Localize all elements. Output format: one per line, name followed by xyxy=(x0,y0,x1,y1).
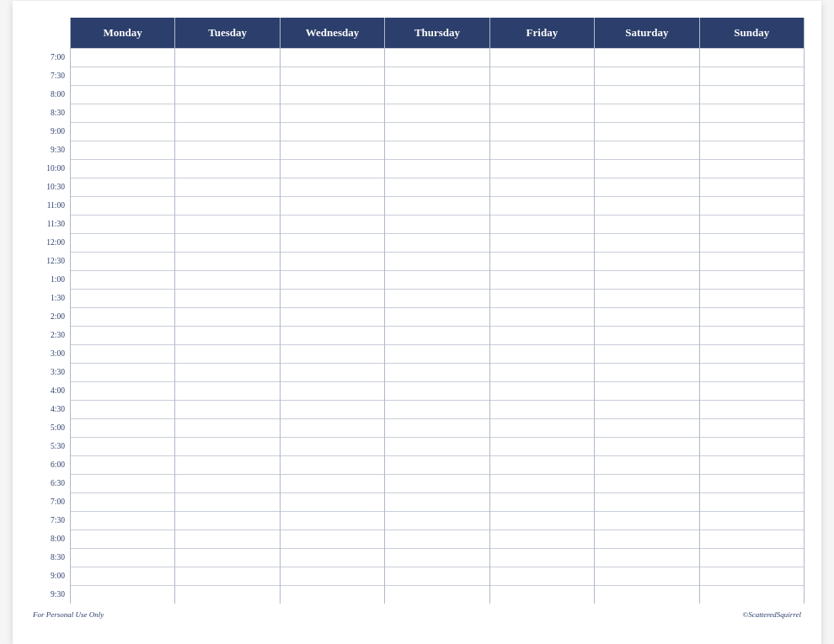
time-cell[interactable] xyxy=(71,289,174,307)
time-cell[interactable] xyxy=(595,437,698,455)
time-cell[interactable] xyxy=(490,48,594,67)
time-cell[interactable] xyxy=(490,270,594,289)
time-cell[interactable] xyxy=(595,233,698,252)
time-cell[interactable] xyxy=(175,437,279,455)
time-cell[interactable] xyxy=(175,381,279,400)
time-cell[interactable] xyxy=(490,344,594,363)
time-cell[interactable] xyxy=(175,289,279,307)
time-cell[interactable] xyxy=(700,567,804,585)
time-cell[interactable] xyxy=(490,289,594,307)
time-cell[interactable] xyxy=(490,159,594,178)
time-cell[interactable] xyxy=(175,326,279,344)
time-cell[interactable] xyxy=(385,418,489,437)
time-cell[interactable] xyxy=(490,381,594,400)
time-cell[interactable] xyxy=(385,344,489,363)
time-cell[interactable] xyxy=(281,104,384,122)
time-cell[interactable] xyxy=(700,511,804,530)
time-cell[interactable] xyxy=(595,567,698,585)
time-cell[interactable] xyxy=(175,530,279,548)
time-cell[interactable] xyxy=(281,196,384,215)
time-cell[interactable] xyxy=(175,67,279,85)
time-cell[interactable] xyxy=(700,344,804,363)
time-cell[interactable] xyxy=(385,307,489,326)
time-cell[interactable] xyxy=(71,270,174,289)
time-cell[interactable] xyxy=(281,270,384,289)
time-cell[interactable] xyxy=(595,104,698,122)
time-cell[interactable] xyxy=(385,437,489,455)
time-cell[interactable] xyxy=(700,233,804,252)
time-cell[interactable] xyxy=(385,67,489,85)
time-cell[interactable] xyxy=(175,122,279,141)
time-cell[interactable] xyxy=(700,530,804,548)
time-cell[interactable] xyxy=(595,530,698,548)
time-cell[interactable] xyxy=(385,48,489,67)
time-cell[interactable] xyxy=(175,233,279,252)
time-cell[interactable] xyxy=(175,344,279,363)
time-cell[interactable] xyxy=(700,159,804,178)
time-cell[interactable] xyxy=(385,252,489,270)
time-cell[interactable] xyxy=(281,85,384,104)
time-cell[interactable] xyxy=(71,104,174,122)
time-cell[interactable] xyxy=(490,67,594,85)
time-cell[interactable] xyxy=(700,252,804,270)
time-cell[interactable] xyxy=(595,585,698,604)
time-cell[interactable] xyxy=(700,178,804,196)
time-cell[interactable] xyxy=(281,326,384,344)
time-cell[interactable] xyxy=(281,344,384,363)
time-cell[interactable] xyxy=(385,474,489,492)
time-cell[interactable] xyxy=(71,122,174,141)
time-cell[interactable] xyxy=(175,104,279,122)
time-cell[interactable] xyxy=(175,455,279,474)
time-cell[interactable] xyxy=(700,67,804,85)
time-cell[interactable] xyxy=(385,233,489,252)
time-cell[interactable] xyxy=(490,567,594,585)
time-cell[interactable] xyxy=(71,381,174,400)
time-cell[interactable] xyxy=(595,474,698,492)
time-cell[interactable] xyxy=(175,307,279,326)
time-cell[interactable] xyxy=(700,548,804,567)
time-cell[interactable] xyxy=(71,363,174,381)
time-cell[interactable] xyxy=(700,215,804,233)
time-cell[interactable] xyxy=(490,104,594,122)
time-cell[interactable] xyxy=(281,548,384,567)
time-cell[interactable] xyxy=(595,122,698,141)
time-cell[interactable] xyxy=(281,400,384,418)
time-cell[interactable] xyxy=(595,159,698,178)
time-cell[interactable] xyxy=(490,252,594,270)
time-cell[interactable] xyxy=(71,437,174,455)
time-cell[interactable] xyxy=(385,215,489,233)
time-cell[interactable] xyxy=(71,307,174,326)
time-cell[interactable] xyxy=(490,178,594,196)
time-cell[interactable] xyxy=(175,400,279,418)
time-cell[interactable] xyxy=(281,363,384,381)
time-cell[interactable] xyxy=(385,141,489,159)
time-cell[interactable] xyxy=(490,85,594,104)
time-cell[interactable] xyxy=(595,141,698,159)
time-cell[interactable] xyxy=(490,363,594,381)
time-cell[interactable] xyxy=(700,492,804,511)
time-cell[interactable] xyxy=(71,48,174,67)
time-cell[interactable] xyxy=(595,178,698,196)
time-cell[interactable] xyxy=(71,530,174,548)
time-cell[interactable] xyxy=(281,289,384,307)
time-cell[interactable] xyxy=(281,381,384,400)
time-cell[interactable] xyxy=(700,400,804,418)
time-cell[interactable] xyxy=(281,159,384,178)
time-cell[interactable] xyxy=(385,289,489,307)
time-cell[interactable] xyxy=(175,363,279,381)
time-cell[interactable] xyxy=(175,159,279,178)
time-cell[interactable] xyxy=(281,307,384,326)
time-cell[interactable] xyxy=(175,252,279,270)
time-cell[interactable] xyxy=(490,400,594,418)
time-cell[interactable] xyxy=(700,48,804,67)
time-cell[interactable] xyxy=(281,492,384,511)
time-cell[interactable] xyxy=(71,233,174,252)
time-cell[interactable] xyxy=(281,530,384,548)
time-cell[interactable] xyxy=(281,48,384,67)
time-cell[interactable] xyxy=(281,455,384,474)
time-cell[interactable] xyxy=(490,548,594,567)
time-cell[interactable] xyxy=(700,122,804,141)
time-cell[interactable] xyxy=(595,344,698,363)
time-cell[interactable] xyxy=(281,215,384,233)
time-cell[interactable] xyxy=(490,585,594,604)
